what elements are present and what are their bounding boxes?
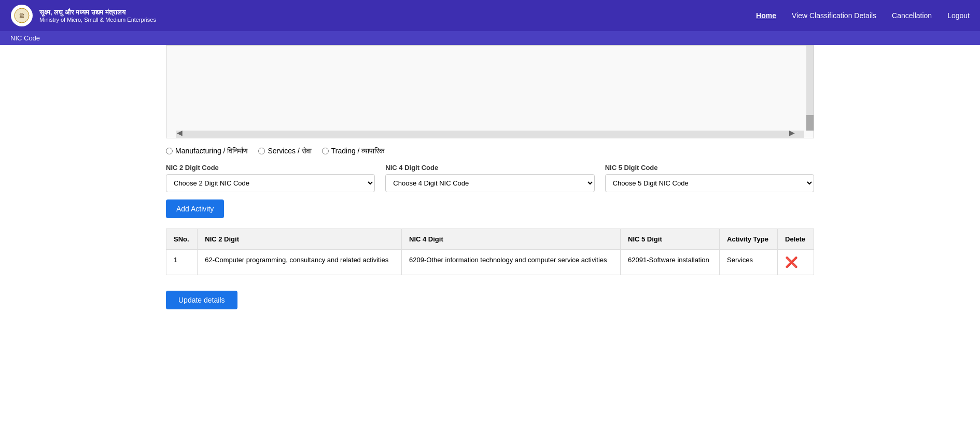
nic-5digit-label: NIC 5 Digit Code	[605, 164, 814, 172]
radio-trading-label: Trading / व्यापारिक	[331, 147, 385, 155]
col-nic2: NIC 2 Digit	[198, 229, 402, 250]
cell-delete: ❌	[778, 250, 814, 275]
vertical-scrollbar[interactable]	[806, 46, 814, 131]
main-content: ◀ ▶ Manufacturing / विनिर्माण Services /…	[0, 45, 980, 330]
delete-button[interactable]: ❌	[785, 256, 798, 268]
radio-manufacturing-input[interactable]	[166, 148, 173, 154]
scroll-content-area[interactable]: ◀ ▶	[166, 45, 814, 138]
cell-nic5: 62091-Software installation	[621, 250, 720, 275]
scroll-right-icon[interactable]: ▶	[789, 129, 795, 137]
nav-cancellation[interactable]: Cancellation	[892, 11, 932, 20]
sub-header-bar: NIC Code	[0, 31, 980, 45]
header-logo-area: 🏛 सूक्ष्म, लघु और मध्यम उद्यम मंत्रालय M…	[10, 4, 156, 27]
radio-services-label: Services / सेवा	[268, 147, 311, 155]
nic-5digit-select[interactable]: Choose 5 Digit NIC Code	[605, 174, 814, 192]
horizontal-scrollbar[interactable]: ◀ ▶	[176, 131, 804, 138]
cell-nic4: 6209-Other information technology and co…	[402, 250, 621, 275]
sub-header-text: NIC Code	[10, 34, 40, 42]
header-hindi-title: सूक्ष्म, लघु और मध्यम उद्यम मंत्रालय	[39, 8, 156, 17]
header-title: सूक्ष्म, लघु और मध्यम उद्यम मंत्रालय Min…	[39, 8, 156, 23]
scrollbar-thumb[interactable]	[806, 115, 814, 131]
table-header: SNo. NIC 2 Digit NIC 4 Digit NIC 5 Digit…	[166, 229, 814, 250]
nic-2digit-group: NIC 2 Digit Code Choose 2 Digit NIC Code	[166, 164, 375, 192]
col-activity-type: Activity Type	[720, 229, 778, 250]
radio-services-input[interactable]	[258, 148, 265, 154]
page-header: 🏛 सूक्ष्म, लघु और मध्यम उद्यम मंत्रालय M…	[0, 0, 980, 31]
activity-table: SNo. NIC 2 Digit NIC 4 Digit NIC 5 Digit…	[166, 229, 814, 275]
radio-manufacturing-label: Manufacturing / विनिर्माण	[175, 147, 248, 155]
add-activity-button[interactable]: Add Activity	[166, 199, 224, 218]
nav-logout[interactable]: Logout	[947, 11, 970, 20]
nic-2digit-select[interactable]: Choose 2 Digit NIC Code	[166, 174, 375, 192]
col-sno: SNo.	[166, 229, 198, 250]
radio-manufacturing[interactable]: Manufacturing / विनिर्माण	[166, 147, 248, 155]
nic-5digit-group: NIC 5 Digit Code Choose 5 Digit NIC Code	[605, 164, 814, 192]
activity-type-radio-group: Manufacturing / विनिर्माण Services / सेव…	[166, 147, 814, 155]
radio-trading[interactable]: Trading / व्यापारिक	[322, 147, 385, 155]
svg-text:🏛: 🏛	[19, 13, 24, 19]
scroll-left-icon[interactable]: ◀	[177, 129, 183, 137]
emblem-icon: 🏛	[13, 7, 30, 24]
table-row: 1 62-Computer programming, consultancy a…	[166, 250, 814, 275]
update-details-button[interactable]: Update details	[166, 291, 237, 309]
table-header-row: SNo. NIC 2 Digit NIC 4 Digit NIC 5 Digit…	[166, 229, 814, 250]
nic-2digit-label: NIC 2 Digit Code	[166, 164, 375, 172]
cell-nic2: 62-Computer programming, consultancy and…	[198, 250, 402, 275]
nav-home[interactable]: Home	[756, 11, 776, 20]
header-english-title: Ministry of Micro, Small & Medium Enterp…	[39, 17, 156, 23]
nic-4digit-select[interactable]: Choose 4 Digit NIC Code	[385, 174, 594, 192]
radio-trading-input[interactable]	[322, 148, 329, 154]
col-nic4: NIC 4 Digit	[402, 229, 621, 250]
table-body: 1 62-Computer programming, consultancy a…	[166, 250, 814, 275]
radio-services[interactable]: Services / सेवा	[258, 147, 311, 155]
nav-classification[interactable]: View Classification Details	[792, 11, 876, 20]
header-navigation: Home View Classification Details Cancell…	[756, 11, 970, 20]
nic-code-row: NIC 2 Digit Code Choose 2 Digit NIC Code…	[166, 164, 814, 192]
nic-4digit-group: NIC 4 Digit Code Choose 4 Digit NIC Code	[385, 164, 594, 192]
cell-sno: 1	[166, 250, 198, 275]
col-delete: Delete	[778, 229, 814, 250]
logo-emblem: 🏛	[11, 5, 33, 26]
cell-activity-type: Services	[720, 250, 778, 275]
col-nic5: NIC 5 Digit	[621, 229, 720, 250]
nic-4digit-label: NIC 4 Digit Code	[385, 164, 594, 172]
logo: 🏛	[10, 4, 33, 27]
